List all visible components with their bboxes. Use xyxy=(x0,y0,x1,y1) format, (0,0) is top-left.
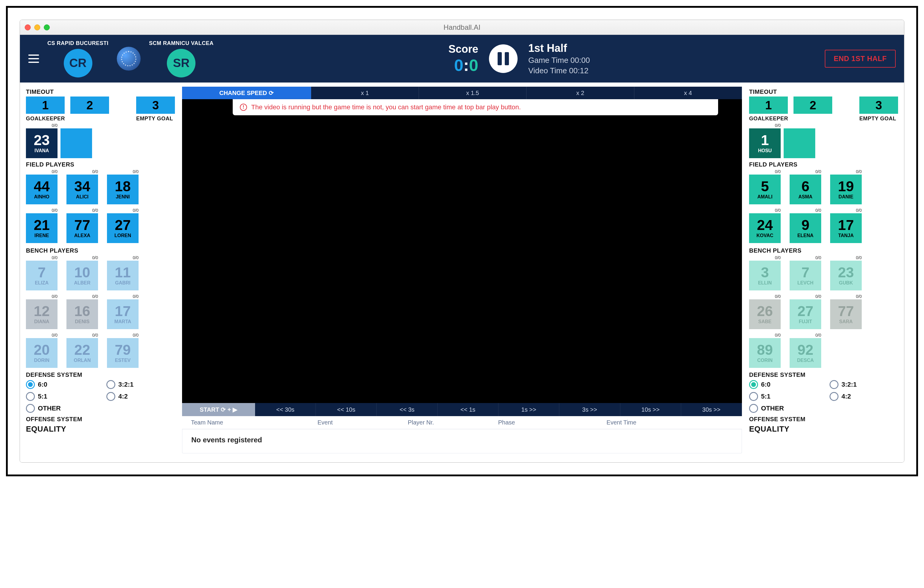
player-number: 7 xyxy=(38,265,46,280)
seek-back-1s[interactable]: << 1s xyxy=(438,403,498,416)
timeout-away-2[interactable]: 2 xyxy=(794,97,832,114)
gk-away-selected[interactable]: 1 HOSU xyxy=(749,128,780,158)
player-name: ALICI xyxy=(76,194,89,199)
video-player[interactable]: ! The video is running but the game time… xyxy=(182,99,742,403)
radio-label: 3:2:1 xyxy=(842,380,857,389)
seek-fwd-30s[interactable]: 30s >> xyxy=(681,403,742,416)
player-tile[interactable]: 24KOVAC xyxy=(749,213,780,243)
player-tile[interactable]: 6ASMA xyxy=(790,175,821,204)
field-players-label-away: FIELD PLAYERS xyxy=(749,161,898,168)
timeout-away-1[interactable]: 1 xyxy=(749,97,788,114)
defense-away-321[interactable]: 3:2:1 xyxy=(830,380,898,389)
player-tile[interactable]: 27LOREN xyxy=(107,213,139,243)
defense-home-51[interactable]: 5:1 xyxy=(26,392,94,401)
seek-fwd-3s[interactable]: 3s >> xyxy=(559,403,620,416)
player-tile[interactable]: 7LEVCH xyxy=(790,261,821,290)
player-tile[interactable]: 7ELIZA xyxy=(26,261,58,290)
menu-button[interactable] xyxy=(28,54,39,63)
change-speed-button[interactable]: CHANGE SPEED ⟳ xyxy=(182,87,311,99)
player-tile[interactable]: 5AMALI xyxy=(749,175,780,204)
player-tile[interactable]: 11GABRI xyxy=(107,261,139,290)
player-tile[interactable]: 79ESTEV xyxy=(107,338,139,368)
player-tile[interactable]: 17MARTA xyxy=(107,299,139,329)
timeout-label-away: TIMEOUT xyxy=(749,89,898,96)
player-tile[interactable]: 27FUJIT xyxy=(790,299,821,329)
player-tile[interactable]: 92DESCA xyxy=(790,338,821,368)
defense-away-other[interactable]: OTHER xyxy=(749,404,818,413)
seek-fwd-10s[interactable]: 10s >> xyxy=(620,403,681,416)
timeout-home-2[interactable]: 2 xyxy=(70,97,109,114)
player-tile[interactable]: 20DORIN xyxy=(26,338,58,368)
player-tile[interactable]: 19DANIE xyxy=(830,175,862,204)
player-tile[interactable]: 10ALBER xyxy=(66,261,98,290)
player-name: DANIE xyxy=(838,194,853,199)
seek-back-10s[interactable]: << 10s xyxy=(316,403,377,416)
timeout-home-1[interactable]: 1 xyxy=(26,97,65,114)
player-tile[interactable]: 77ALEXA xyxy=(66,213,98,243)
team-away-block[interactable]: SCM RAMNICU VALCEA SR xyxy=(149,40,214,77)
seek-back-30s[interactable]: << 30s xyxy=(255,403,316,416)
player-name: ASMA xyxy=(798,194,812,199)
globe-icon[interactable] xyxy=(117,47,141,71)
player-number: 11 xyxy=(115,265,130,280)
player-stat: 0/0 xyxy=(815,208,821,212)
defense-home-60[interactable]: 6:0 xyxy=(26,380,94,389)
defense-home-other[interactable]: OTHER xyxy=(26,404,94,413)
speed-x2[interactable]: x 2 xyxy=(526,87,634,99)
player-number: 12 xyxy=(34,304,50,318)
player-stat: 0/0 xyxy=(92,255,98,260)
player-name: IRENE xyxy=(35,233,49,238)
timeout-home-3[interactable]: 3 xyxy=(136,97,175,114)
player-tile[interactable]: 16DENIS xyxy=(66,299,98,329)
player-name: ESTEV xyxy=(115,358,130,363)
player-tile[interactable]: 17TANJA xyxy=(830,213,862,243)
col-event: Event xyxy=(317,419,408,426)
player-name: ALBER xyxy=(74,280,90,286)
player-stat: 0/0 xyxy=(133,255,139,260)
player-tile[interactable]: 89CORIN xyxy=(749,338,780,368)
seek-back-3s[interactable]: << 3s xyxy=(377,403,437,416)
timeout-away-3[interactable]: 3 xyxy=(859,97,898,114)
speed-x15[interactable]: x 1.5 xyxy=(419,87,526,99)
seek-fwd-1s[interactable]: 1s >> xyxy=(498,403,559,416)
defense-away-42[interactable]: 4:2 xyxy=(830,392,898,401)
player-stat: 0/0 xyxy=(52,294,58,299)
speed-x1[interactable]: x 1 xyxy=(311,87,419,99)
player-stat: 0/0 xyxy=(133,294,139,299)
gk-home-slot-empty[interactable] xyxy=(61,128,92,158)
player-name: DESCA xyxy=(797,358,814,363)
play-pause-button[interactable] xyxy=(489,44,518,73)
player-number: 7 xyxy=(802,265,810,280)
player-name: TANJA xyxy=(838,233,854,238)
player-tile[interactable]: 3ELLIN xyxy=(749,261,780,290)
player-name: ELIZA xyxy=(35,280,49,286)
warning-icon: ! xyxy=(240,104,247,111)
speed-x4[interactable]: x 4 xyxy=(634,87,742,99)
player-tile[interactable]: 26SABE xyxy=(749,299,780,329)
end-half-button[interactable]: END 1ST HALF xyxy=(825,50,896,68)
player-tile[interactable]: 34ALICI xyxy=(66,175,98,204)
player-tile[interactable]: 21IRENE xyxy=(26,213,58,243)
player-number: 9 xyxy=(802,218,810,232)
defense-home-42[interactable]: 4:2 xyxy=(106,392,175,401)
player-tile[interactable]: 23GUBK xyxy=(830,261,862,290)
defense-home-321[interactable]: 3:2:1 xyxy=(106,380,175,389)
gk-away-slot-empty[interactable] xyxy=(784,128,815,158)
player-stat: 0/0 xyxy=(133,169,139,174)
player-stat: 0/0 xyxy=(775,255,780,260)
player-tile[interactable]: 9ELENA xyxy=(790,213,821,243)
player-tile[interactable]: 12DIANA xyxy=(26,299,58,329)
seek-start-button[interactable]: START ⟳ + ▶ xyxy=(182,403,255,416)
player-number: 24 xyxy=(757,218,773,232)
defense-system-label-away: DEFENSE SYSTEM xyxy=(749,371,898,378)
player-tile[interactable]: 44AINHO xyxy=(26,175,58,204)
player-tile[interactable]: 77SARA xyxy=(830,299,862,329)
defense-away-60[interactable]: 6:0 xyxy=(749,380,818,389)
gk-home-selected[interactable]: 23 IVANA xyxy=(26,128,58,158)
defense-away-51[interactable]: 5:1 xyxy=(749,392,818,401)
player-tile[interactable]: 18JENNI xyxy=(107,175,139,204)
player-name: DENIS xyxy=(75,319,90,324)
player-tile[interactable]: 22ORLAN xyxy=(66,338,98,368)
player-name: HOSU xyxy=(758,148,772,153)
team-home-block[interactable]: CS RAPID BUCURESTI CR xyxy=(47,40,109,77)
